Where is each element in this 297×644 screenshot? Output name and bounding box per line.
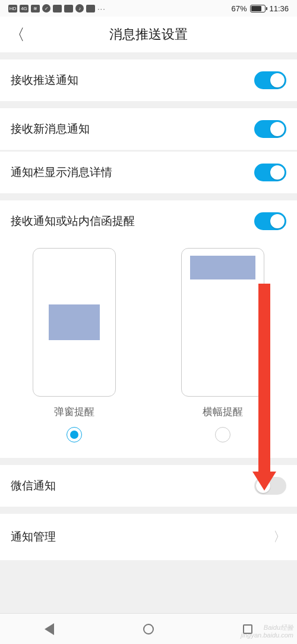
notification-style-options: 弹窗提醒 横幅提醒 xyxy=(0,242,297,458)
row-wechat-notify: 微信通知 xyxy=(0,465,297,507)
row-label: 接收新消息通知 xyxy=(11,121,90,137)
toggle-push[interactable] xyxy=(254,71,286,89)
chevron-right-icon: 〉 xyxy=(273,528,286,546)
circle-home-icon xyxy=(143,624,154,634)
row-new-message: 接收新消息通知 xyxy=(0,108,297,150)
header: 〈 消息推送设置 xyxy=(0,17,297,52)
toggle-wechat[interactable] xyxy=(254,477,286,495)
banner-preview xyxy=(181,248,264,397)
popup-preview xyxy=(33,248,116,397)
banner-shape-icon xyxy=(190,256,255,279)
status-left: HD 4G ≋ ✓ ♪ ··· xyxy=(8,4,106,13)
app-icon-2 xyxy=(64,5,73,12)
popup-shape-icon xyxy=(49,304,100,340)
option-label: 横幅提醒 xyxy=(203,405,243,419)
wifi-icon: ≋ xyxy=(31,5,40,12)
triangle-back-icon xyxy=(45,623,54,635)
toggle-new-message[interactable] xyxy=(254,120,286,138)
square-recent-icon xyxy=(243,624,252,634)
battery-percent: 67% xyxy=(231,4,247,13)
status-bar: HD 4G ≋ ✓ ♪ ··· 67% 11:36 xyxy=(0,0,297,17)
row-inbox-reminder: 接收通知或站内信函提醒 xyxy=(0,200,297,242)
nav-home-button[interactable] xyxy=(143,624,154,634)
more-icon: ··· xyxy=(97,4,106,13)
status-right: 67% 11:36 xyxy=(231,4,289,13)
row-show-detail: 通知栏显示消息详情 xyxy=(0,152,297,193)
row-label: 接收通知或站内信函提醒 xyxy=(11,213,135,229)
hd-icon: HD xyxy=(8,5,17,12)
row-push-notifications: 接收推送通知 xyxy=(0,59,297,101)
music-icon: ♪ xyxy=(75,4,84,12)
toggle-inbox-reminder[interactable] xyxy=(254,212,286,230)
shield-icon: ✓ xyxy=(42,4,50,12)
nav-back-button[interactable] xyxy=(45,623,54,635)
row-label: 接收推送通知 xyxy=(11,73,78,88)
page-title: 消息推送设置 xyxy=(0,26,297,43)
nav-recent-button[interactable] xyxy=(243,624,252,634)
battery-icon xyxy=(250,5,266,12)
row-label: 微信通知 xyxy=(11,478,56,494)
row-label: 通知栏显示消息详情 xyxy=(11,165,112,180)
app-icon-3 xyxy=(86,5,95,12)
row-label: 通知管理 xyxy=(11,529,56,545)
app-icon-1 xyxy=(53,5,62,12)
clock: 11:36 xyxy=(269,4,289,13)
option-banner[interactable]: 横幅提醒 xyxy=(181,248,264,442)
row-notification-manage[interactable]: 通知管理 〉 xyxy=(0,514,297,560)
signal-4g-icon: 4G xyxy=(20,5,29,12)
android-nav-bar xyxy=(0,613,297,644)
option-label: 弹窗提醒 xyxy=(54,405,94,419)
option-popup[interactable]: 弹窗提醒 xyxy=(33,248,116,442)
radio-banner[interactable] xyxy=(215,427,230,442)
radio-popup[interactable] xyxy=(67,427,82,442)
toggle-show-detail[interactable] xyxy=(254,164,286,181)
back-button[interactable]: 〈 xyxy=(10,21,31,49)
